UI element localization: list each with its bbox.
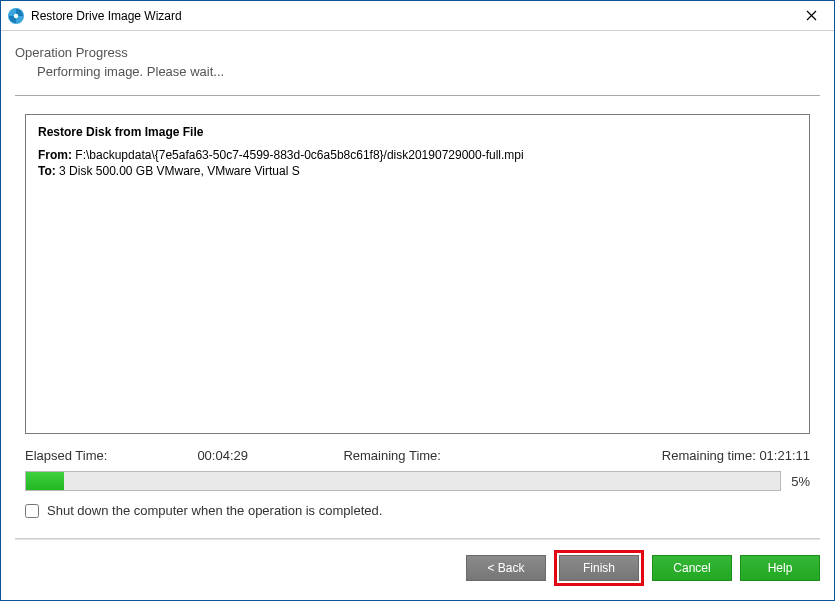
close-button[interactable]	[789, 1, 834, 31]
progress-fill	[26, 472, 64, 490]
log-from-label: From:	[38, 148, 72, 162]
heading-title: Operation Progress	[15, 45, 820, 60]
log-from: From: F:\backupdata\{7e5afa63-50c7-4599-…	[38, 147, 797, 163]
remaining-label: Remaining Time:	[343, 448, 441, 463]
window-title: Restore Drive Image Wizard	[31, 9, 789, 23]
help-button[interactable]: Help	[740, 555, 820, 581]
elapsed-value: 00:04:29	[197, 448, 248, 463]
titlebar: Restore Drive Image Wizard	[1, 1, 834, 31]
log-to-label: To:	[38, 164, 56, 178]
finish-highlight: Finish	[554, 550, 644, 586]
app-icon	[7, 7, 25, 25]
shutdown-checkbox[interactable]	[25, 504, 39, 518]
heading-area: Operation Progress Performing image. Ple…	[1, 31, 834, 89]
log-box: Restore Disk from Image File From: F:\ba…	[25, 114, 810, 434]
log-title: Restore Disk from Image File	[38, 125, 797, 139]
heading-divider	[15, 95, 820, 96]
log-from-value: F:\backupdata\{7e5afa63-50c7-4599-883d-0…	[75, 148, 523, 162]
cancel-button[interactable]: Cancel	[652, 555, 732, 581]
log-to-value: 3 Disk 500.00 GB VMware, VMware Virtual …	[59, 164, 300, 178]
svg-point-1	[14, 13, 18, 17]
log-to: To: 3 Disk 500.00 GB VMware, VMware Virt…	[38, 163, 797, 179]
shutdown-label[interactable]: Shut down the computer when the operatio…	[47, 503, 382, 518]
progress-row: 5%	[25, 471, 810, 491]
heading-subtitle: Performing image. Please wait...	[15, 64, 820, 79]
finish-button[interactable]: Finish	[559, 555, 639, 581]
shutdown-row: Shut down the computer when the operatio…	[25, 503, 810, 518]
elapsed-label: Elapsed Time:	[25, 448, 107, 463]
timers-row: Elapsed Time: 00:04:29 Remaining Time: R…	[25, 448, 810, 463]
back-button[interactable]: < Back	[466, 555, 546, 581]
progress-percent: 5%	[791, 474, 810, 489]
progress-bar	[25, 471, 781, 491]
remaining-value: Remaining time: 01:21:11	[662, 448, 810, 463]
button-row: < Back Finish Cancel Help	[1, 540, 834, 600]
